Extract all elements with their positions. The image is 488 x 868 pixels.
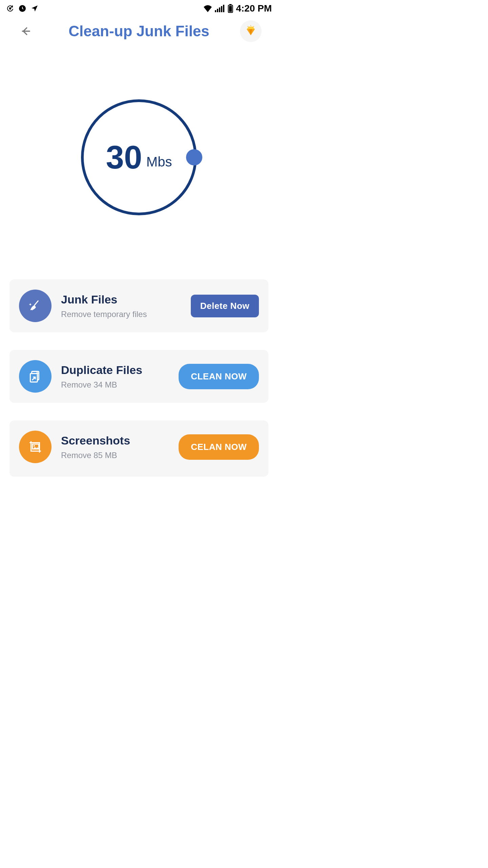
svg-rect-9 bbox=[229, 4, 232, 5]
clock-icon bbox=[18, 4, 26, 13]
location-arrow-icon bbox=[30, 4, 39, 13]
gauge-indicator-dot bbox=[186, 149, 202, 165]
diamond-icon bbox=[245, 25, 257, 37]
premium-button[interactable] bbox=[240, 20, 262, 42]
svg-rect-0 bbox=[9, 7, 11, 9]
card-duplicate-files: Duplicate Files Remove 34 MB CLEAN NOW bbox=[9, 350, 268, 403]
clean-now-button[interactable]: CLEAN NOW bbox=[179, 364, 259, 389]
card-screenshots: Screenshots Remove 85 MB CELAN NOW bbox=[9, 420, 268, 477]
card-body: Duplicate Files Remove 34 MB bbox=[61, 363, 169, 390]
card-junk-files: Junk Files Remove temporary files Delete… bbox=[9, 279, 268, 332]
svg-rect-3 bbox=[217, 9, 218, 12]
sync-lock-icon bbox=[6, 4, 14, 13]
broom-sparkle-icon bbox=[19, 290, 52, 322]
card-subtitle: Remove 34 MB bbox=[61, 380, 169, 390]
gauge-value: 30 bbox=[106, 139, 142, 175]
gauge-text: 30 Mbs bbox=[106, 141, 172, 174]
status-time: 4:20 PM bbox=[236, 3, 272, 14]
gauge-unit: Mbs bbox=[146, 154, 172, 169]
gauge-section: 30 Mbs bbox=[0, 62, 278, 252]
svg-rect-5 bbox=[221, 6, 222, 12]
status-left bbox=[6, 4, 39, 13]
card-body: Screenshots Remove 85 MB bbox=[61, 434, 169, 460]
card-subtitle: Remove temporary files bbox=[61, 310, 181, 319]
clean-now-button-screenshots[interactable]: CELAN NOW bbox=[179, 434, 259, 460]
image-crop-icon bbox=[19, 431, 52, 463]
svg-rect-4 bbox=[219, 7, 220, 12]
card-title: Duplicate Files bbox=[61, 363, 169, 377]
arrow-left-icon bbox=[20, 25, 32, 37]
cleanup-cards: Junk Files Remove temporary files Delete… bbox=[0, 279, 278, 477]
duplicate-file-icon bbox=[19, 360, 52, 393]
status-right: 4:20 PM bbox=[203, 3, 272, 14]
card-title: Junk Files bbox=[61, 293, 181, 306]
app-header: Clean-up Junk Files bbox=[0, 17, 278, 45]
card-title: Screenshots bbox=[61, 434, 169, 447]
svg-rect-8 bbox=[229, 6, 232, 12]
signal-icon bbox=[215, 5, 225, 12]
card-body: Junk Files Remove temporary files bbox=[61, 293, 181, 319]
back-button[interactable] bbox=[18, 23, 34, 39]
status-bar: 4:20 PM bbox=[0, 0, 278, 17]
page-title: Clean-up Junk Files bbox=[68, 23, 209, 40]
wifi-icon bbox=[203, 5, 212, 12]
svg-point-13 bbox=[34, 445, 35, 447]
card-subtitle: Remove 85 MB bbox=[61, 451, 169, 460]
svg-rect-2 bbox=[215, 10, 216, 12]
junk-gauge: 30 Mbs bbox=[81, 99, 197, 215]
battery-icon bbox=[228, 4, 233, 13]
delete-now-button[interactable]: Delete Now bbox=[191, 295, 259, 317]
svg-rect-6 bbox=[223, 5, 224, 12]
